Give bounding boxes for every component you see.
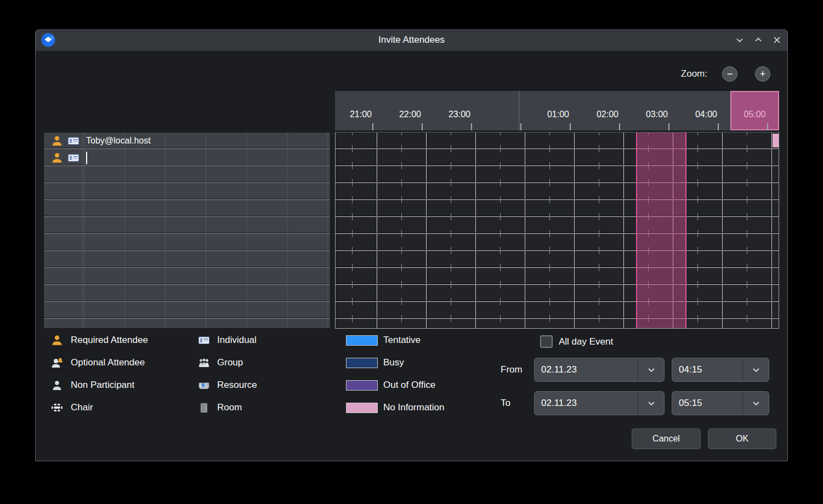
required-attendee-icon [51,334,63,346]
invite-attendees-dialog: Invite Attendees Zoom: − + 21:00 22:00 2… [35,29,788,461]
individual-icon [67,152,80,164]
hour-label: 04:00 [690,107,723,122]
timeline-header: 21:00 22:00 23:00 01:00 02:00 03:00 04:0… [335,91,779,130]
to-date-dropdown[interactable] [638,392,664,415]
chevron-down-icon [647,399,656,408]
minimize-button[interactable] [732,32,747,48]
required-attendee-icon [51,135,63,147]
window-title: Invite Attendees [36,29,787,51]
hour-label: 22:00 [394,107,427,122]
from-time-combo[interactable]: 04:15 [672,358,769,382]
out-of-office-swatch [346,380,378,391]
half-hour-gridline [747,133,747,328]
legend-required-attendee: Required Attendee [51,332,148,348]
half-hour-gridline [451,133,451,328]
half-hour-gridline [401,133,402,328]
legend-label: Busy [383,357,404,368]
all-day-checkbox[interactable] [540,335,553,348]
half-hour-gridline [352,133,353,328]
titlebar[interactable]: Invite Attendees [36,29,787,51]
to-label: To [501,391,510,415]
from-label: From [501,358,523,382]
legend-optional-attendee: Optional Attendee [51,354,145,371]
legend-resource: Resource [198,377,257,393]
chevron-up-icon [754,36,763,44]
to-date-value[interactable]: 02.11.23 [535,392,638,415]
from-date-value[interactable]: 02.11.23 [535,358,638,381]
half-hour-gridline [599,133,599,328]
legend-individual: Individual [198,332,257,348]
resource-icon [198,379,210,391]
hour-label: 21:00 [344,107,377,122]
legend-label: Individual [217,335,257,346]
time-selection[interactable] [636,133,686,328]
legend-label: Chair [71,402,93,413]
legend-room: Room [198,399,242,416]
chevron-down-icon [735,36,744,44]
legend-label: Tentative [383,335,421,346]
attendee-email[interactable]: Toby@local.host [86,136,151,146]
half-hour-gridline [549,133,550,328]
hour-label: 01:00 [542,107,575,122]
required-attendee-icon [51,152,63,164]
from-date-dropdown[interactable] [638,358,664,381]
legend-non-participant: Non Participant [51,377,134,393]
legend-label: Optional Attendee [71,357,145,368]
hour-label: 02:00 [591,107,624,122]
legend-label: Group [217,357,243,368]
all-day-label: All day Event [559,334,613,350]
to-time-value[interactable]: 05:15 [672,392,742,415]
to-date-combo[interactable]: 02.11.23 [534,391,665,415]
close-button[interactable] [769,32,785,48]
legend-busy: Busy [346,354,404,371]
individual-icon [198,334,210,346]
cancel-button[interactable]: Cancel [632,428,701,449]
chair-icon [51,402,63,414]
from-date-combo[interactable]: 02.11.23 [534,358,665,382]
close-icon [773,36,781,44]
text-cursor [86,152,87,164]
from-time-dropdown[interactable] [742,358,769,381]
minus-icon: − [727,69,733,79]
attendee-row-editing[interactable] [44,150,330,166]
group-icon [198,357,210,369]
ok-button[interactable]: OK [708,428,776,449]
freebusy-grid[interactable] [335,132,779,329]
legend-label: Room [217,402,242,413]
individual-icon [67,135,80,147]
hour-label: 23:00 [443,107,476,122]
from-time-value[interactable]: 04:15 [672,358,742,381]
hour-label: 03:00 [640,107,673,122]
zoom-in-button[interactable]: + [755,66,770,82]
plus-icon: + [760,69,766,79]
chevron-down-icon [647,365,656,374]
maximize-button[interactable] [751,32,766,48]
non-participant-icon [51,379,63,391]
attendee-list[interactable]: Toby@local.host [43,132,331,329]
half-hour-gridline [697,133,698,328]
attendee-row[interactable]: Toby@local.host [44,133,330,149]
half-hour-gridline [500,133,501,328]
chevron-down-icon [752,399,760,408]
legend-label: Out of Office [383,380,435,391]
to-time-combo[interactable]: 05:15 [672,391,769,415]
hour-ticks [335,123,779,130]
to-time-dropdown[interactable] [742,392,769,415]
busy-swatch [346,358,378,368]
legend-chair: Chair [51,399,93,416]
optional-attendee-icon [51,357,63,369]
hour-label-highlighted: 05:00 [743,110,765,119]
zoom-out-button[interactable]: − [722,66,737,82]
no-information-swatch [346,403,378,413]
room-icon [198,402,210,414]
legend-group: Group [198,354,243,371]
legend-out-of-office: Out of Office [346,377,435,393]
no-information-block [773,134,779,147]
legend-label: Required Attendee [71,335,148,346]
legend-label: Resource [217,380,257,391]
tentative-swatch [346,335,378,346]
zoom-label: Zoom: [681,66,707,82]
legend-label: No Information [383,402,445,413]
legend-tentative: Tentative [346,332,421,348]
chevron-down-icon [752,365,760,374]
